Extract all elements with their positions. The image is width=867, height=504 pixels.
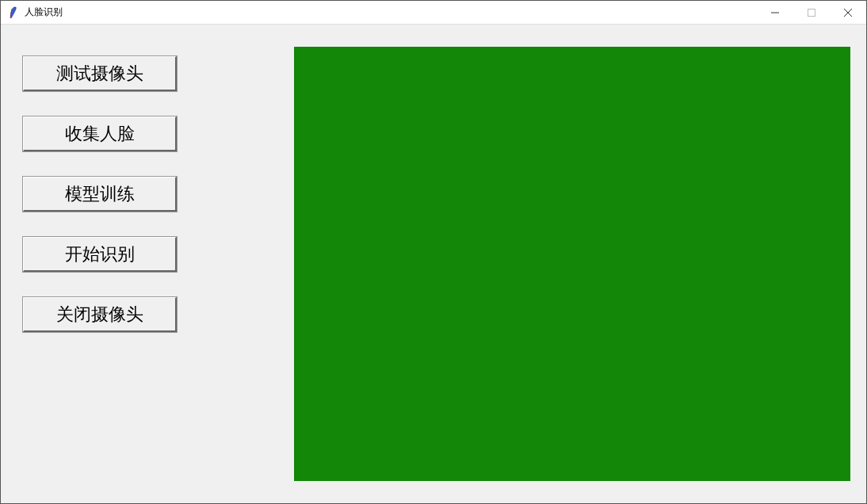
start-recognition-button[interactable]: 开始识别 xyxy=(23,237,177,272)
close-button[interactable] xyxy=(830,1,866,24)
content-area: 测试摄像头 收集人脸 模型训练 开始识别 关闭摄像头 xyxy=(1,25,866,503)
test-camera-button[interactable]: 测试摄像头 xyxy=(23,56,177,91)
close-camera-button[interactable]: 关闭摄像头 xyxy=(23,297,177,332)
video-display-pane xyxy=(294,47,850,481)
tk-feather-icon xyxy=(7,6,20,19)
app-window: 人脸识别 测试摄像头 收集人脸 模型训练 开始识别 关闭摄像头 xyxy=(0,0,867,504)
button-panel: 测试摄像头 收集人脸 模型训练 开始识别 关闭摄像头 xyxy=(23,56,177,332)
collect-face-button[interactable]: 收集人脸 xyxy=(23,116,177,151)
window-controls xyxy=(757,1,866,24)
maximize-button[interactable] xyxy=(793,1,830,24)
svg-rect-1 xyxy=(808,9,815,16)
window-title: 人脸识别 xyxy=(25,6,757,19)
titlebar: 人脸识别 xyxy=(1,1,866,25)
train-model-button[interactable]: 模型训练 xyxy=(23,177,177,212)
minimize-button[interactable] xyxy=(757,1,793,24)
